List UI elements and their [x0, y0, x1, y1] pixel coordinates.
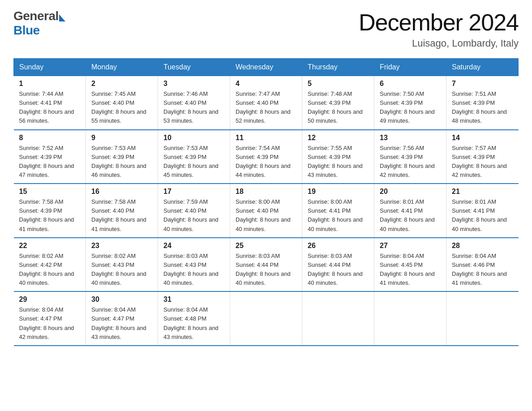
- sunrise-label: Sunrise: 7:57 AM: [452, 145, 496, 151]
- sunset-label: Sunset: 4:44 PM: [236, 261, 279, 268]
- sunrise-label: Sunrise: 8:03 AM: [236, 253, 280, 259]
- day-info: Sunrise: 8:04 AM Sunset: 4:47 PM Dayligh…: [91, 305, 152, 342]
- daylight-label: Daylight: 8 hours and 42 minutes.: [19, 325, 74, 340]
- sunrise-label: Sunrise: 8:03 AM: [308, 253, 352, 259]
- calendar-cell: 30 Sunrise: 8:04 AM Sunset: 4:47 PM Dayl…: [86, 291, 158, 346]
- day-number: 25: [236, 242, 296, 250]
- calendar-cell: 27 Sunrise: 8:04 AM Sunset: 4:45 PM Dayl…: [374, 238, 446, 292]
- sunrise-label: Sunrise: 8:01 AM: [380, 198, 424, 205]
- day-info: Sunrise: 8:00 AM Sunset: 4:41 PM Dayligh…: [308, 197, 369, 234]
- daylight-label: Daylight: 8 hours and 52 minutes.: [236, 108, 291, 124]
- calendar-cell: [230, 291, 302, 346]
- title-section: December 2024 Luisago, Lombardy, Italy: [359, 9, 519, 49]
- day-number: 30: [91, 295, 152, 304]
- sunset-label: Sunset: 4:43 PM: [91, 261, 134, 268]
- day-number: 17: [163, 188, 224, 196]
- day-number: 8: [19, 134, 81, 142]
- calendar-cell: 8 Sunrise: 7:52 AM Sunset: 4:39 PM Dayli…: [14, 130, 86, 184]
- calendar-cell: 13 Sunrise: 7:56 AM Sunset: 4:39 PM Dayl…: [374, 130, 446, 184]
- calendar-cell: 12 Sunrise: 7:55 AM Sunset: 4:39 PM Dayl…: [302, 130, 374, 184]
- sunset-label: Sunset: 4:39 PM: [19, 154, 62, 160]
- calendar-cell: 1 Sunrise: 7:44 AM Sunset: 4:41 PM Dayli…: [14, 76, 86, 130]
- sunset-label: Sunset: 4:40 PM: [236, 99, 279, 106]
- sunset-label: Sunset: 4:47 PM: [19, 315, 62, 322]
- sunrise-label: Sunrise: 7:44 AM: [19, 90, 64, 97]
- sunrise-label: Sunrise: 8:04 AM: [19, 306, 64, 313]
- day-number: 21: [452, 188, 513, 196]
- logo: General Blue: [13, 9, 65, 38]
- calendar-cell: 28 Sunrise: 8:04 AM Sunset: 4:46 PM Dayl…: [446, 238, 519, 292]
- calendar-cell: 29 Sunrise: 8:04 AM Sunset: 4:47 PM Dayl…: [14, 291, 86, 346]
- daylight-label: Daylight: 8 hours and 40 minutes.: [163, 270, 219, 286]
- calendar-cell: 24 Sunrise: 8:03 AM Sunset: 4:43 PM Dayl…: [158, 238, 230, 292]
- daylight-label: Daylight: 8 hours and 45 minutes.: [163, 163, 219, 178]
- day-number: 2: [91, 80, 152, 88]
- day-number: 6: [380, 80, 441, 88]
- daylight-label: Daylight: 8 hours and 40 minutes.: [308, 216, 363, 232]
- sunrise-label: Sunrise: 8:01 AM: [452, 198, 496, 205]
- daylight-label: Daylight: 8 hours and 40 minutes.: [380, 216, 435, 232]
- sunrise-label: Sunrise: 7:48 AM: [308, 90, 352, 97]
- sunset-label: Sunset: 4:48 PM: [163, 315, 206, 322]
- day-info: Sunrise: 8:04 AM Sunset: 4:46 PM Dayligh…: [452, 252, 513, 288]
- calendar-cell: 4 Sunrise: 7:47 AM Sunset: 4:40 PM Dayli…: [230, 76, 302, 130]
- sunrise-label: Sunrise: 7:56 AM: [380, 145, 424, 151]
- sunrise-label: Sunrise: 8:04 AM: [380, 253, 424, 259]
- calendar-cell: 22 Sunrise: 8:02 AM Sunset: 4:42 PM Dayl…: [14, 238, 86, 292]
- sunset-label: Sunset: 4:39 PM: [380, 99, 423, 106]
- day-info: Sunrise: 7:48 AM Sunset: 4:39 PM Dayligh…: [308, 90, 369, 126]
- daylight-label: Daylight: 8 hours and 50 minutes.: [308, 108, 363, 124]
- day-number: 26: [308, 242, 369, 250]
- day-number: 27: [380, 242, 441, 250]
- day-info: Sunrise: 7:51 AM Sunset: 4:39 PM Dayligh…: [452, 90, 513, 126]
- day-info: Sunrise: 8:04 AM Sunset: 4:47 PM Dayligh…: [19, 305, 81, 342]
- sunset-label: Sunset: 4:44 PM: [308, 261, 351, 268]
- weekday-row: SundayMondayTuesdayWednesdayThursdayFrid…: [14, 59, 519, 76]
- sunrise-label: Sunrise: 8:02 AM: [19, 253, 64, 259]
- location: Luisago, Lombardy, Italy: [359, 38, 519, 49]
- day-info: Sunrise: 8:03 AM Sunset: 4:44 PM Dayligh…: [236, 252, 296, 288]
- sunset-label: Sunset: 4:39 PM: [19, 207, 62, 214]
- day-info: Sunrise: 7:53 AM Sunset: 4:39 PM Dayligh…: [163, 144, 224, 180]
- day-info: Sunrise: 8:04 AM Sunset: 4:45 PM Dayligh…: [380, 252, 441, 288]
- day-info: Sunrise: 8:03 AM Sunset: 4:43 PM Dayligh…: [163, 252, 224, 288]
- weekday-header-thursday: Thursday: [302, 59, 374, 76]
- daylight-label: Daylight: 8 hours and 47 minutes.: [19, 163, 74, 178]
- sunset-label: Sunset: 4:47 PM: [91, 315, 134, 322]
- daylight-label: Daylight: 8 hours and 56 minutes.: [19, 108, 74, 124]
- sunrise-label: Sunrise: 8:04 AM: [91, 306, 136, 313]
- day-number: 18: [236, 188, 296, 196]
- daylight-label: Daylight: 8 hours and 40 minutes.: [236, 216, 291, 232]
- day-number: 9: [91, 134, 152, 142]
- calendar-cell: 3 Sunrise: 7:46 AM Sunset: 4:40 PM Dayli…: [158, 76, 230, 130]
- weekday-header-tuesday: Tuesday: [158, 59, 230, 76]
- logo-blue: Blue: [13, 23, 40, 37]
- calendar-cell: 15 Sunrise: 7:58 AM Sunset: 4:39 PM Dayl…: [14, 184, 86, 238]
- sunrise-label: Sunrise: 7:54 AM: [236, 145, 280, 151]
- daylight-label: Daylight: 8 hours and 40 minutes.: [308, 270, 363, 286]
- calendar-week-row: 1 Sunrise: 7:44 AM Sunset: 4:41 PM Dayli…: [14, 76, 519, 130]
- daylight-label: Daylight: 8 hours and 43 minutes.: [308, 163, 363, 178]
- calendar-cell: 17 Sunrise: 7:59 AM Sunset: 4:40 PM Dayl…: [158, 184, 230, 238]
- sunrise-label: Sunrise: 7:55 AM: [308, 145, 352, 151]
- daylight-label: Daylight: 8 hours and 53 minutes.: [163, 108, 219, 124]
- sunset-label: Sunset: 4:41 PM: [380, 207, 423, 214]
- daylight-label: Daylight: 8 hours and 40 minutes.: [236, 270, 291, 286]
- day-number: 4: [236, 80, 296, 88]
- day-info: Sunrise: 8:00 AM Sunset: 4:40 PM Dayligh…: [236, 197, 296, 234]
- daylight-label: Daylight: 8 hours and 43 minutes.: [163, 325, 219, 340]
- day-info: Sunrise: 7:44 AM Sunset: 4:41 PM Dayligh…: [19, 90, 81, 126]
- sunset-label: Sunset: 4:40 PM: [163, 99, 206, 106]
- weekday-header-monday: Monday: [86, 59, 158, 76]
- calendar-cell: 9 Sunrise: 7:53 AM Sunset: 4:39 PM Dayli…: [86, 130, 158, 184]
- calendar-cell: 5 Sunrise: 7:48 AM Sunset: 4:39 PM Dayli…: [302, 76, 374, 130]
- day-number: 7: [452, 80, 513, 88]
- sunset-label: Sunset: 4:46 PM: [452, 261, 495, 268]
- day-number: 24: [163, 242, 224, 250]
- day-info: Sunrise: 8:01 AM Sunset: 4:41 PM Dayligh…: [380, 197, 441, 234]
- day-info: Sunrise: 8:04 AM Sunset: 4:48 PM Dayligh…: [163, 305, 224, 342]
- day-info: Sunrise: 7:56 AM Sunset: 4:39 PM Dayligh…: [380, 144, 441, 180]
- calendar-cell: 31 Sunrise: 8:04 AM Sunset: 4:48 PM Dayl…: [158, 291, 230, 346]
- calendar-cell: 7 Sunrise: 7:51 AM Sunset: 4:39 PM Dayli…: [446, 76, 519, 130]
- day-number: 23: [91, 242, 152, 250]
